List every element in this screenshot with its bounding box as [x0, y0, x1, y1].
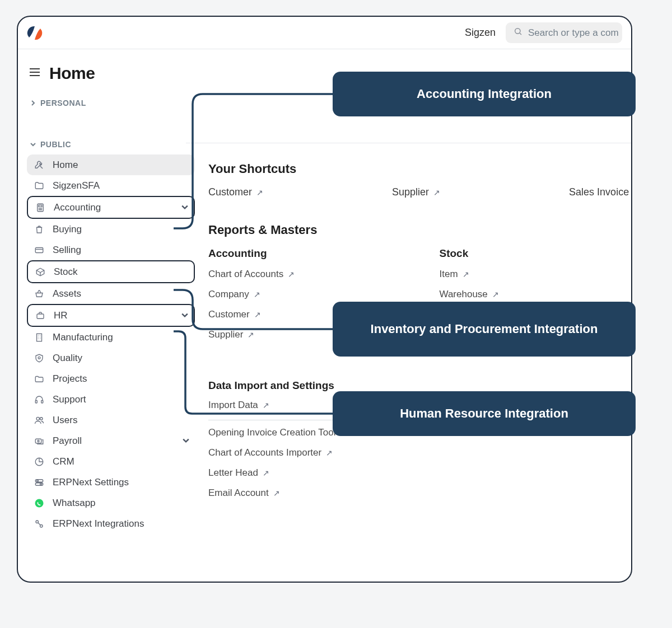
sidebar-item-label: ERPNext Integrations — [53, 518, 144, 529]
reports-title: Reports & Masters — [208, 223, 614, 237]
chevron-down-icon — [30, 140, 36, 149]
pie-chart-icon — [32, 457, 46, 467]
card-icon — [32, 245, 46, 255]
toggles-icon — [32, 477, 46, 488]
sidebar-group-label: PERSONAL — [40, 99, 86, 107]
sidebar-item-crm[interactable]: CRM — [27, 451, 195, 472]
users-icon — [32, 415, 46, 425]
setting-link-label: Import Data — [208, 400, 258, 411]
sidebar-item-buying[interactable]: Buying — [27, 219, 195, 240]
external-link-icon: ↗ — [326, 448, 333, 457]
report-link-warehouse[interactable]: Warehouse↗ — [440, 289, 633, 300]
setting-link-chart-of-accounts-importer[interactable]: Chart of Accounts Importer↗ — [208, 447, 614, 458]
building-icon — [32, 332, 46, 343]
shortcut-label: Sales Invoice — [569, 186, 629, 198]
svg-point-1 — [515, 29, 520, 34]
callout-human-resource-integration: Human Resource Integration — [333, 391, 636, 436]
sidebar-item-label: CRM — [53, 456, 74, 467]
report-link-label: Item — [440, 269, 458, 280]
sidebar-item-manufacturing[interactable]: Manufacturing — [27, 327, 195, 348]
search-icon — [514, 27, 522, 39]
search-placeholder: Search or type a com — [528, 27, 619, 39]
sidebar-item-users[interactable]: Users — [27, 410, 195, 430]
sidebar-item-label: Buying — [53, 224, 82, 235]
svg-point-9 — [40, 208, 41, 209]
sidebar-item-erpnext-integrations[interactable]: ERPNext Integrations — [27, 513, 195, 534]
sidebar-item-label: Accounting — [54, 202, 101, 213]
sidebar-item-label: Users — [53, 415, 77, 426]
sidebar-item-label: HR — [54, 310, 68, 321]
svg-rect-7 — [39, 205, 42, 207]
report-link-company[interactable]: Company↗ — [208, 289, 412, 300]
sidebar-item-payroll[interactable]: Payroll — [27, 430, 195, 451]
svg-point-8 — [39, 208, 39, 209]
sidebar-item-projects[interactable]: Projects — [27, 368, 195, 389]
sidebar-item-sigzensfa[interactable]: SigzenSFA — [27, 175, 195, 196]
svg-rect-27 — [41, 400, 43, 403]
app-logo-icon — [27, 25, 43, 41]
shortcut-label: Supplier — [392, 186, 429, 198]
sidebar-item-label: Projects — [53, 373, 87, 385]
external-link-icon: ↗ — [263, 401, 269, 410]
whatsapp-icon — [32, 498, 46, 508]
setting-link-label: Opening Invoice Creation Tool — [208, 427, 335, 438]
shield-icon — [32, 353, 46, 363]
svg-point-25 — [38, 357, 40, 359]
money-icon — [32, 436, 46, 446]
sidebar-item-label: Stock — [54, 266, 78, 278]
tools-icon — [32, 160, 46, 170]
page-title: Home — [49, 64, 95, 83]
sidebar-item-label: Quality — [53, 353, 82, 364]
basket-icon — [32, 289, 46, 299]
shortcut-supplier[interactable]: Supplier ↗ — [392, 186, 440, 198]
setting-link-email-account[interactable]: Email Account↗ — [208, 488, 614, 499]
shortcut-customer[interactable]: Customer ↗ — [208, 186, 263, 198]
shortcut-sales-invoice[interactable]: Sales Invoice ↗ — [569, 186, 632, 198]
sidebar-item-label: Support — [53, 394, 86, 405]
report-link-label: Supplier — [208, 329, 243, 340]
svg-line-2 — [520, 33, 521, 35]
sidebar-item-quality[interactable]: Quality — [27, 348, 195, 368]
svg-rect-18 — [37, 334, 42, 341]
svg-point-37 — [35, 499, 44, 507]
sidebar-item-hr[interactable]: HR — [27, 304, 195, 327]
svg-point-34 — [37, 480, 39, 481]
sidebar-item-stock[interactable]: Stock — [27, 260, 195, 283]
column-title-accounting: Accounting — [208, 247, 412, 260]
svg-rect-17 — [37, 314, 44, 318]
content-divider — [186, 143, 631, 143]
setting-link-letter-head[interactable]: Letter Head↗ — [208, 467, 614, 479]
sidebar-item-whatsapp[interactable]: Whatsapp — [27, 493, 195, 513]
global-search-input[interactable]: Search or type a com — [506, 22, 622, 43]
sidebar-group-personal[interactable]: PERSONAL — [30, 99, 195, 107]
tenant-name[interactable]: Sigzen — [465, 27, 496, 39]
svg-point-13 — [41, 209, 42, 210]
sidebar-item-selling[interactable]: Selling — [27, 240, 195, 260]
sidebar-item-label: Assets — [53, 288, 81, 299]
svg-point-31 — [38, 440, 39, 442]
headphones-icon — [32, 395, 46, 405]
topbar: Sigzen Search or type a com — [18, 17, 631, 49]
package-icon — [34, 267, 47, 277]
integration-icon — [32, 519, 46, 529]
calculator-icon — [34, 203, 47, 213]
external-link-icon: ↗ — [254, 290, 260, 299]
briefcase-icon — [34, 311, 47, 321]
report-link-item[interactable]: Item↗ — [440, 269, 633, 280]
sidebar-item-home[interactable]: Home — [27, 154, 195, 175]
sidebar-item-accounting[interactable]: Accounting — [27, 196, 195, 219]
hamburger-icon[interactable] — [29, 68, 40, 79]
report-link-label: Customer — [208, 309, 250, 320]
sidebar-item-assets[interactable]: Assets — [27, 283, 195, 304]
sidebar-item-label: Selling — [53, 245, 81, 256]
sidebar-group-label: PUBLIC — [40, 140, 71, 149]
sidebar-item-erpnext-settings[interactable]: ERPNext Settings — [27, 472, 195, 493]
sidebar-item-support[interactable]: Support — [27, 389, 195, 410]
external-link-icon: ↗ — [254, 310, 261, 319]
sidebar-group-public[interactable]: PUBLIC — [30, 140, 195, 149]
report-link-label: Chart of Accounts — [208, 269, 283, 280]
report-link-chart-of-accounts[interactable]: Chart of Accounts↗ — [208, 269, 412, 280]
setting-link-label: Chart of Accounts Importer — [208, 447, 321, 458]
callout-inventory-procurement-integration: Inventory and Procurement Integration — [333, 302, 636, 357]
column-title-stock: Stock — [440, 247, 633, 260]
